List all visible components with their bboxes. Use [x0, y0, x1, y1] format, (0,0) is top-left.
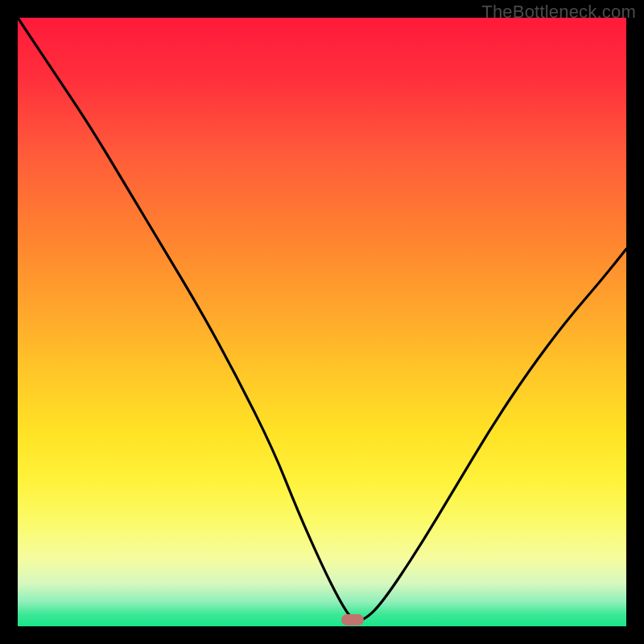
curve-path [18, 18, 626, 620]
watermark-text: TheBottleneck.com [481, 2, 636, 23]
bottleneck-curve [18, 18, 626, 626]
chart-frame: TheBottleneck.com [0, 0, 644, 644]
optimal-marker [341, 614, 364, 625]
